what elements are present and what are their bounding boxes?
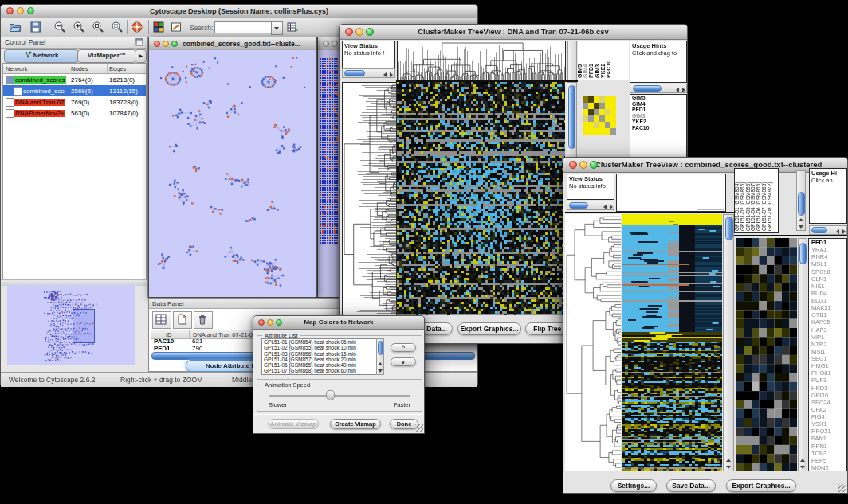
gene-label[interactable]: VIP1 xyxy=(809,334,846,341)
zoom-fit-button[interactable] xyxy=(111,21,125,34)
minimize-icon[interactable] xyxy=(355,28,363,36)
scroll-left-icon[interactable] xyxy=(836,229,839,234)
gene-label[interactable]: PFD1 xyxy=(630,107,686,113)
scroll-up-icon[interactable] xyxy=(799,218,803,221)
open-session-button[interactable] xyxy=(9,21,23,34)
array-label[interactable]: PAC10 xyxy=(606,61,612,78)
tv2-status-hscrollbar[interactable] xyxy=(567,201,614,210)
scroll-up-icon[interactable] xyxy=(800,459,805,462)
close-icon[interactable] xyxy=(258,319,265,326)
gene-label[interactable]: MON2 xyxy=(809,464,846,471)
delete-attribute-button[interactable] xyxy=(194,311,213,329)
network-row[interactable]: combined_sco2569(6)13112(15) xyxy=(3,85,146,96)
speed-slider-track[interactable] xyxy=(269,395,410,397)
gene-label[interactable]: PFD1 xyxy=(809,239,846,246)
gene-label[interactable]: SEC1 xyxy=(809,355,846,362)
maximize-icon[interactable] xyxy=(27,7,34,14)
tv2-zoom-vscrollbar[interactable] xyxy=(798,238,807,471)
treeview1-titlebar[interactable]: ClusterMaker TreeView : DNA and Tran 07-… xyxy=(340,25,687,40)
tv1-status-hscrollbar[interactable] xyxy=(342,68,395,78)
gene-label[interactable]: CPA2 xyxy=(809,406,846,413)
gene-label[interactable]: HMG1 xyxy=(809,362,846,369)
dialog-titlebar[interactable]: Map Colors to Network xyxy=(253,316,424,330)
gene-label[interactable]: RPN1 xyxy=(809,443,846,450)
animate-vizmap-button[interactable]: Animate Vizmap xyxy=(268,419,319,429)
attribute-list[interactable]: GPL51-01 (GSM854) heat shock 05 minGPL51… xyxy=(261,338,384,375)
speed-slider-thumb[interactable] xyxy=(326,390,335,400)
done-button[interactable]: Done xyxy=(390,419,418,429)
scroll-left-icon[interactable] xyxy=(383,72,387,77)
resize-grip[interactable] xyxy=(838,484,846,492)
tv1-row-dendrogram[interactable] xyxy=(342,82,397,317)
gene-label[interactable]: PUF3 xyxy=(809,377,846,384)
minimize-icon[interactable] xyxy=(332,41,338,47)
gene-label[interactable]: MSI1 xyxy=(809,348,846,355)
scroll-up-icon[interactable] xyxy=(378,362,383,365)
attribute-item[interactable]: GPL51-07 (GSM868) heat shock 60 min xyxy=(262,368,383,373)
gene-label[interactable]: BUD4 xyxy=(809,290,846,297)
birdseye-view[interactable] xyxy=(7,285,135,365)
network-row[interactable]: RNAPuberNov2+563(0)107847(0) xyxy=(3,107,146,119)
gene-label[interactable]: PHO81 xyxy=(809,369,846,377)
array-label[interactable]: GPL51-02 (GSM855) xyxy=(740,182,745,231)
tab-network[interactable]: Network xyxy=(4,49,79,63)
save-data-button[interactable]: Save Data... xyxy=(666,479,716,492)
minimize-icon[interactable] xyxy=(163,41,169,47)
tv1-top-vtrack[interactable] xyxy=(567,41,577,80)
gene-label[interactable]: KAP95 xyxy=(809,318,846,326)
zoom-in-button[interactable] xyxy=(73,21,87,34)
close-icon[interactable] xyxy=(6,7,14,14)
gene-label[interactable]: ELG1 xyxy=(809,297,846,304)
select-attributes-button[interactable] xyxy=(152,311,171,329)
gene-label[interactable]: HRD3 xyxy=(809,385,846,392)
minimize-icon[interactable] xyxy=(17,7,24,14)
gene-label[interactable]: YSH1 xyxy=(809,420,846,428)
scroll-right-icon[interactable] xyxy=(610,205,613,209)
gene-label[interactable]: RNR4 xyxy=(809,253,846,260)
import-table-button[interactable] xyxy=(286,21,300,34)
gene-label[interactable]: FIG4 xyxy=(809,413,846,420)
attribute-list-vscrollbar[interactable] xyxy=(376,338,384,375)
gene-label[interactable]: GIM3 xyxy=(630,113,686,119)
array-label[interactable]: GPL51-01 (GSM854) xyxy=(734,182,740,231)
new-attribute-button[interactable] xyxy=(173,311,192,329)
save-session-button[interactable] xyxy=(29,21,44,34)
gene-label[interactable]: GPI16 xyxy=(809,392,846,399)
tab-vizmapper[interactable]: VizMapper™ xyxy=(77,49,136,63)
main-titlebar[interactable]: Cytoscape Desktop (Session Name: collins… xyxy=(1,5,477,18)
gene-label[interactable]: GIM4 xyxy=(630,101,686,107)
gene-label[interactable]: PAC10 xyxy=(630,125,686,131)
vizmapper-button[interactable] xyxy=(152,21,167,34)
attribute-item[interactable]: GPL51-01 (GSM854) heat shock 05 min xyxy=(262,339,383,345)
scroll-down-icon[interactable] xyxy=(799,225,803,229)
close-icon[interactable] xyxy=(345,28,353,36)
maximize-icon[interactable] xyxy=(171,41,178,47)
network-row[interactable]: combined_scores2764(0)16218(0) xyxy=(3,74,146,85)
scroll-up-icon[interactable] xyxy=(726,459,731,462)
tab-overflow-arrow[interactable]: ▶ xyxy=(135,49,147,63)
settings-button[interactable]: Settings... xyxy=(610,479,657,492)
gene-label[interactable]: MSL1 xyxy=(809,260,846,268)
tv1-usage-hscrollbar[interactable] xyxy=(630,84,687,93)
tv2-labels-vscrollbar[interactable] xyxy=(796,170,806,231)
tv2-zoom-heatmap[interactable] xyxy=(736,238,797,471)
scroll-down-icon[interactable] xyxy=(378,369,383,373)
scroll-left-icon[interactable] xyxy=(603,205,607,209)
export-graphics-button[interactable]: Export Graphics... xyxy=(726,479,796,492)
move-down-button[interactable]: v xyxy=(391,357,416,366)
gene-label[interactable]: HAP3 xyxy=(809,326,846,334)
move-up-button[interactable]: ^ xyxy=(391,343,416,352)
close-icon[interactable] xyxy=(569,161,577,169)
attribute-item[interactable]: GPL51-06 (GSM865) heat shock 40 min xyxy=(262,362,383,368)
gene-label[interactable]: SEC24 xyxy=(809,399,846,406)
tv2-global-heatmap[interactable] xyxy=(622,214,722,471)
array-label[interactable]: GPL51-08 (GSM872) xyxy=(767,182,772,231)
array-label[interactable]: GPL51-07 (GSM868) xyxy=(761,182,767,231)
maximize-icon[interactable] xyxy=(276,319,282,326)
network-canvas-grid[interactable] xyxy=(318,50,341,297)
scroll-left-icon[interactable] xyxy=(676,88,679,92)
export-graphics-button[interactable]: Export Graphics... xyxy=(457,322,521,335)
network-canvas[interactable] xyxy=(149,50,316,297)
attribute-item[interactable]: GPL51-03 (GSM856) heat shock 15 min xyxy=(262,351,383,357)
float-panel-icon[interactable] xyxy=(135,38,143,50)
